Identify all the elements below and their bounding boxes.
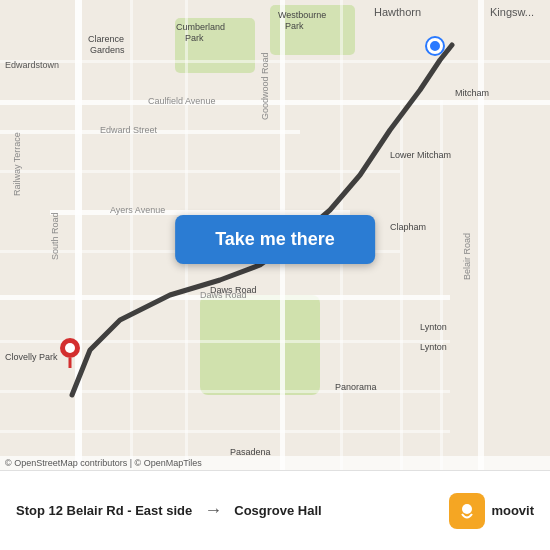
svg-text:Edwardstown: Edwardstown — [5, 60, 59, 70]
moovit-icon — [449, 493, 485, 529]
svg-text:Clovelly Park: Clovelly Park — [5, 352, 58, 362]
svg-text:Westbourne: Westbourne — [278, 10, 326, 20]
svg-rect-7 — [0, 100, 550, 105]
svg-text:Lower Mitcham: Lower Mitcham — [390, 150, 451, 160]
start-marker — [58, 336, 82, 368]
svg-rect-15 — [0, 390, 450, 393]
take-me-there-button[interactable]: Take me there — [175, 215, 375, 264]
svg-point-51 — [462, 504, 472, 514]
svg-text:Kingsw...: Kingsw... — [490, 6, 534, 18]
destination-label: Cosgrove Hall — [234, 503, 321, 518]
map-view: Hawthorn Kingsw... Edwardstown Clarence … — [0, 0, 550, 470]
svg-rect-6 — [478, 0, 484, 470]
svg-rect-16 — [0, 430, 450, 433]
svg-text:Park: Park — [185, 33, 204, 43]
svg-text:Daws Road: Daws Road — [200, 290, 247, 300]
svg-rect-1 — [200, 295, 320, 395]
svg-text:Hawthorn: Hawthorn — [374, 6, 421, 18]
svg-text:South Road: South Road — [50, 212, 60, 260]
moovit-text: moovit — [491, 503, 534, 518]
svg-text:Mitcham: Mitcham — [455, 88, 489, 98]
footer-content: Stop 12 Belair Rd - East side → Cosgrove… — [16, 493, 534, 529]
svg-text:Railway Terrace: Railway Terrace — [12, 132, 22, 196]
svg-rect-4 — [75, 0, 82, 470]
svg-text:Ayers Avenue: Ayers Avenue — [110, 205, 165, 215]
svg-text:Gardens: Gardens — [90, 45, 125, 55]
footer-bar: Stop 12 Belair Rd - East side → Cosgrove… — [0, 470, 550, 550]
svg-text:Lynton: Lynton — [420, 322, 447, 332]
svg-text:Park: Park — [285, 21, 304, 31]
map-attribution: © OpenStreetMap contributors | © OpenMap… — [0, 456, 550, 470]
svg-text:Cumberland: Cumberland — [176, 22, 225, 32]
svg-rect-11 — [0, 60, 550, 63]
destination-marker — [427, 38, 443, 54]
svg-rect-17 — [130, 0, 133, 470]
route-arrow: → — [204, 500, 222, 521]
svg-text:Goodwood Road: Goodwood Road — [260, 52, 270, 120]
svg-text:Clarence: Clarence — [88, 34, 124, 44]
svg-text:Clapham: Clapham — [390, 222, 426, 232]
svg-text:Caulfield Avenue: Caulfield Avenue — [148, 96, 215, 106]
svg-text:Panorama: Panorama — [335, 382, 377, 392]
stop-label: Stop 12 Belair Rd - East side — [16, 503, 192, 518]
moovit-logo: moovit — [449, 493, 534, 529]
svg-text:Lynton: Lynton — [420, 342, 447, 352]
svg-text:Edward Street: Edward Street — [100, 125, 158, 135]
svg-point-49 — [65, 343, 75, 353]
svg-text:Belair Road: Belair Road — [462, 233, 472, 280]
